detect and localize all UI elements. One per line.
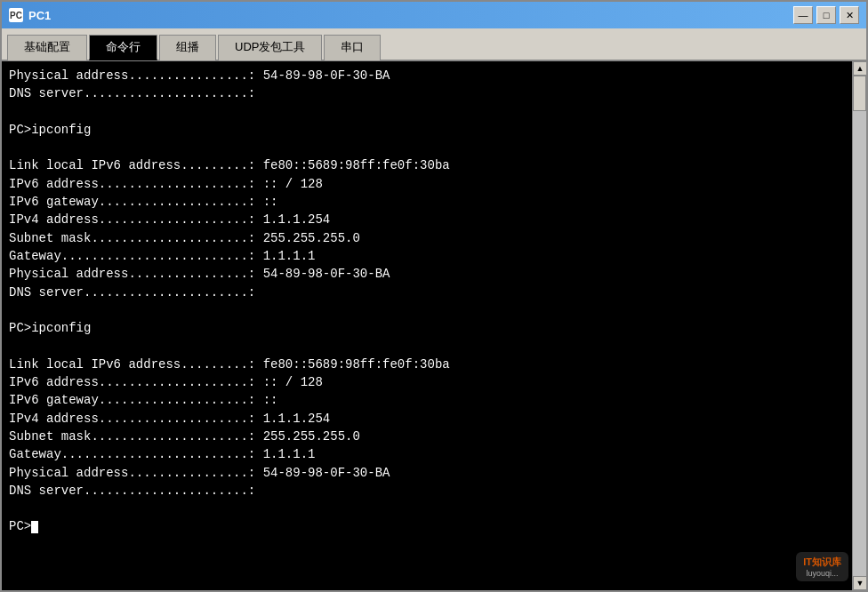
watermark: IT知识库 luyouqi... [796, 552, 848, 581]
restore-button[interactable]: □ [816, 6, 836, 24]
window-controls: — □ ✕ [793, 6, 859, 24]
tab-group[interactable]: 组播 [159, 35, 216, 60]
tab-basic[interactable]: 基础配置 [7, 35, 87, 60]
watermark-sub: luyouqi... [807, 569, 839, 578]
watermark-logo: IT知识库 [803, 556, 841, 569]
tab-cmd[interactable]: 命令行 [89, 35, 157, 60]
scroll-thumb[interactable] [853, 76, 866, 111]
tab-serial[interactable]: 串口 [324, 35, 381, 60]
scroll-down-button[interactable]: ▼ [853, 576, 866, 590]
terminal-output[interactable]: Physical address................: 54-89-… [2, 61, 852, 590]
window-title: PC1 [28, 9, 793, 22]
close-button[interactable]: ✕ [840, 6, 859, 24]
minimize-button[interactable]: — [793, 6, 813, 24]
scroll-track[interactable] [853, 76, 866, 576]
watermark-container: IT知识库 luyouqi... [796, 552, 848, 581]
tab-udp[interactable]: UDP发包工具 [218, 35, 322, 60]
scrollbar[interactable]: ▲ ▼ [852, 61, 866, 590]
window-icon: PC [9, 8, 23, 22]
terminal-cursor [31, 521, 38, 533]
terminal-wrapper: Physical address................: 54-89-… [2, 61, 866, 590]
main-window: PC PC1 — □ ✕ 基础配置 命令行 组播 UDP发包工具 串口 Phys… [0, 0, 868, 592]
title-bar: PC PC1 — □ ✕ [2, 2, 866, 28]
tabs-bar: 基础配置 命令行 组播 UDP发包工具 串口 [2, 28, 866, 61]
scroll-up-button[interactable]: ▲ [853, 61, 866, 76]
